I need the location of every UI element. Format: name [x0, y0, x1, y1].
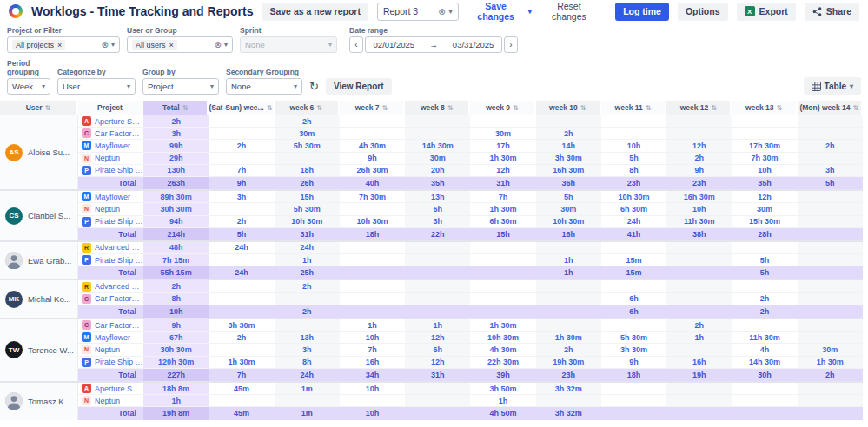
- time-cell[interactable]: 3h: [405, 216, 470, 227]
- project-link[interactable]: Mayflower: [95, 141, 130, 150]
- time-cell[interactable]: 1h 30m: [536, 332, 601, 343]
- time-cell[interactable]: 2h: [275, 280, 340, 292]
- time-cell[interactable]: 8h: [275, 357, 340, 368]
- row-total-cell[interactable]: 2h: [143, 280, 209, 292]
- time-cell[interactable]: 3h: [798, 165, 863, 176]
- group-total-cell[interactable]: 1h: [536, 266, 601, 279]
- group-total-cell[interactable]: 19h: [666, 369, 732, 381]
- group-total-cell[interactable]: 24h: [209, 266, 274, 279]
- time-cell[interactable]: 2h: [209, 216, 274, 227]
- row-total-cell[interactable]: 9h: [143, 319, 209, 331]
- row-total-cell[interactable]: 8h: [143, 293, 209, 305]
- time-cell[interactable]: 1h: [405, 319, 470, 331]
- time-cell[interactable]: 3h 30m: [601, 344, 666, 355]
- project-link[interactable]: Aperture Scien...: [95, 384, 143, 393]
- time-cell[interactable]: 7h: [470, 191, 535, 202]
- group-grand-total-cell[interactable]: 10h: [143, 305, 209, 318]
- share-button[interactable]: Share: [805, 3, 859, 21]
- time-cell[interactable]: 5h 30m: [601, 332, 666, 343]
- row-total-cell[interactable]: 30h 30m: [143, 344, 209, 355]
- date-to-value[interactable]: 03/31/2025: [453, 40, 494, 49]
- date-from-value[interactable]: 02/01/2025: [374, 40, 415, 49]
- time-cell[interactable]: 15h 30m: [732, 216, 797, 227]
- time-cell[interactable]: 11h 30m: [732, 332, 797, 343]
- group-total-cell[interactable]: 18h: [340, 228, 405, 240]
- time-cell[interactable]: 9h: [340, 153, 405, 164]
- time-cell[interactable]: 5h 30m: [275, 140, 340, 151]
- group-total-cell[interactable]: 2h: [275, 305, 340, 318]
- date-next-button[interactable]: ›: [504, 36, 518, 53]
- column-header-mon-week-14[interactable]: (Mon) week 14⇅: [798, 101, 863, 115]
- column-header-week-7[interactable]: week 7⇅: [340, 101, 405, 115]
- group-total-cell[interactable]: 7h: [209, 369, 274, 381]
- project-link[interactable]: Mayflower: [95, 333, 130, 342]
- time-cell[interactable]: 24h: [209, 242, 274, 253]
- group-total-cell[interactable]: 23h: [536, 369, 601, 381]
- refresh-icon[interactable]: ↻: [309, 78, 319, 95]
- group-total-cell[interactable]: 10h: [340, 407, 405, 419]
- project-filter-select[interactable]: All projects × ⊗ ▾: [7, 36, 120, 53]
- time-cell[interactable]: 10h: [666, 203, 732, 214]
- time-cell[interactable]: 2h: [732, 293, 797, 305]
- clear-report-icon[interactable]: ⊗: [438, 7, 445, 16]
- column-header-week-9[interactable]: week 9⇅: [470, 101, 535, 115]
- project-link[interactable]: Car Factory Pr...: [95, 129, 143, 138]
- group-total-cell[interactable]: 30h: [732, 369, 797, 381]
- time-cell[interactable]: 2h: [536, 344, 601, 355]
- column-header-week-13[interactable]: week 13⇅: [732, 101, 797, 115]
- time-cell[interactable]: 4h 30m: [340, 140, 405, 151]
- time-cell[interactable]: 12h: [732, 191, 797, 202]
- row-total-cell[interactable]: 89h 30m: [143, 191, 209, 202]
- time-cell[interactable]: 16h: [340, 357, 405, 368]
- column-header-week-11[interactable]: week 11⇅: [601, 101, 666, 115]
- options-button[interactable]: Options: [678, 3, 728, 21]
- time-cell[interactable]: 10h 30m: [275, 216, 340, 227]
- time-cell[interactable]: 2h: [275, 115, 340, 127]
- row-total-cell[interactable]: 94h: [143, 216, 209, 227]
- time-cell[interactable]: 1h 30m: [798, 357, 863, 368]
- categorize-by-select[interactable]: User ▾: [57, 78, 136, 95]
- time-cell[interactable]: 3h 32m: [536, 383, 601, 394]
- column-header-week-8[interactable]: week 8⇅: [405, 101, 470, 115]
- time-cell[interactable]: 1h: [666, 332, 732, 343]
- time-cell[interactable]: 10h: [340, 383, 405, 394]
- time-cell[interactable]: 7h: [340, 344, 405, 355]
- row-total-cell[interactable]: 3h: [143, 128, 209, 139]
- time-cell[interactable]: 10h: [732, 165, 797, 176]
- time-cell[interactable]: 16h: [666, 357, 732, 368]
- group-total-cell[interactable]: 15m: [601, 266, 666, 279]
- save-changes-button[interactable]: Save changes ▾: [467, 1, 532, 22]
- project-link[interactable]: Neptun: [95, 345, 120, 354]
- group-total-cell[interactable]: 9h: [209, 177, 274, 189]
- time-cell[interactable]: 1h 30m: [470, 153, 535, 164]
- time-cell[interactable]: 30m: [405, 153, 470, 164]
- column-header-week-6[interactable]: week 6⇅: [275, 101, 340, 115]
- time-cell[interactable]: 16h 30m: [666, 191, 732, 202]
- project-link[interactable]: Advanced Roa...: [95, 243, 143, 252]
- save-as-new-report-button[interactable]: Save as a new report: [262, 3, 368, 21]
- row-total-cell[interactable]: 130h: [143, 165, 209, 176]
- column-header-week-10[interactable]: week 10⇅: [536, 101, 601, 115]
- time-cell[interactable]: 3h 50m: [470, 383, 535, 394]
- time-cell[interactable]: 17h: [470, 140, 535, 151]
- project-link[interactable]: Mayflower: [95, 193, 130, 201]
- time-cell[interactable]: 2h: [666, 319, 732, 331]
- project-link[interactable]: Neptun: [95, 205, 120, 214]
- time-cell[interactable]: 6h: [405, 203, 470, 214]
- project-link[interactable]: Neptun: [95, 397, 120, 405]
- project-link[interactable]: Pirate Ship proj...: [95, 358, 143, 366]
- log-time-button[interactable]: Log time: [615, 3, 669, 21]
- time-cell[interactable]: 11h 30m: [666, 216, 732, 227]
- time-cell[interactable]: 15m: [601, 254, 666, 266]
- group-total-cell[interactable]: 23h: [601, 177, 666, 189]
- time-cell[interactable]: 9h: [601, 357, 666, 368]
- time-cell[interactable]: 10h 30m: [340, 216, 405, 227]
- row-total-cell[interactable]: 120h 30m: [143, 357, 209, 368]
- time-cell[interactable]: 3h: [275, 344, 340, 355]
- time-cell[interactable]: 22h 30m: [470, 357, 535, 368]
- group-total-cell[interactable]: 18h: [601, 369, 666, 381]
- time-cell[interactable]: 6h 30m: [470, 216, 535, 227]
- date-range-input[interactable]: 02/01/2025 → 03/31/2025: [365, 36, 502, 53]
- project-link[interactable]: Car Factory Pr...: [95, 321, 143, 330]
- group-total-cell[interactable]: 34h: [340, 369, 405, 381]
